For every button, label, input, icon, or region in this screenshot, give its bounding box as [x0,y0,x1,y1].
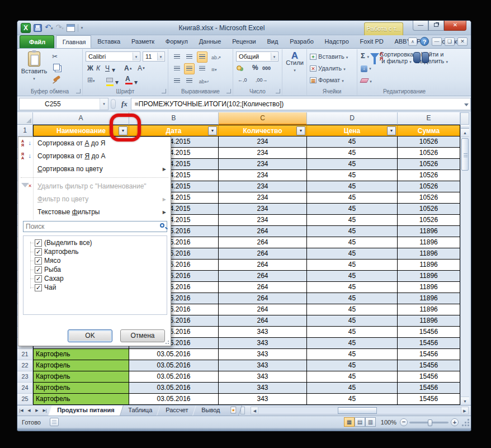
table-header-sum[interactable]: Сумма [398,125,460,136]
cell-price[interactable]: 45 [307,282,398,293]
cell-qty[interactable]: 234 [219,170,307,181]
cell-name[interactable]: Картофель [33,383,129,394]
cell-sum[interactable]: 15456 [398,383,460,394]
horizontal-scrollbar-thumb[interactable] [338,407,377,414]
row-header[interactable]: 24 [17,383,33,394]
align-right-icon[interactable] [197,63,207,74]
cell-name[interactable]: Картофель [33,349,129,360]
wrap-text-icon[interactable]: ab↩ [197,76,211,87]
percent-format-icon[interactable]: % [252,64,258,72]
menu-item[interactable]: Сортировка от Я до А ▶ [18,150,171,163]
cell-price[interactable]: 45 [307,315,398,327]
filter-value-item[interactable]: ✓ Сахар [26,274,167,283]
cell-price[interactable]: 45 [307,170,398,181]
cut-icon[interactable]: ✂ [52,53,58,60]
menu-item[interactable]: Сортировка от А до Я ▶ [18,137,171,150]
menu-item[interactable]: Сортировка по цвету ▶ [18,163,171,176]
cancel-button[interactable]: Отмена [120,329,165,342]
cell-qty[interactable]: 264 [219,293,307,304]
scroll-left-icon[interactable]: ◀ [251,407,258,414]
save-icon[interactable] [34,24,42,32]
filter-value-item[interactable]: ✓ Рыба [26,265,167,274]
cell-qty[interactable]: 343 [219,394,307,405]
cell-sum[interactable]: 11896 [398,282,460,293]
cell-sum[interactable]: 11896 [398,248,460,260]
redo-icon[interactable]: ↷▾ [55,22,63,34]
increase-decimal-icon[interactable]: ←,0 [238,76,247,84]
column-header-b[interactable]: B [129,112,219,125]
cell-sum[interactable]: 10526 [398,204,460,215]
scroll-down-icon[interactable]: ▼ [461,397,469,405]
cell-sum[interactable]: 10526 [398,159,460,170]
fill-icon[interactable]: ↓ ▾ [361,64,371,73]
format-cells-button[interactable]: ▦ Формат ▾ [310,76,344,85]
column-header-d[interactable]: D [307,112,398,125]
vertical-scrollbar-thumb[interactable] [461,138,469,171]
align-middle-icon[interactable] [184,51,195,63]
row-header[interactable]: 25 [17,394,33,405]
fill-color-icon[interactable] [106,76,114,86]
font-dialog-launcher[interactable] [162,89,166,93]
alignment-dialog-launcher[interactable] [226,89,231,93]
first-sheet-icon[interactable]: |◀ [17,405,25,416]
orientation-icon[interactable]: ab↗ [209,52,224,63]
checkbox-checked-icon[interactable]: ✓ [35,257,42,265]
normal-view-icon[interactable]: ▦ [344,417,355,427]
cell-qty[interactable]: 234 [219,204,307,215]
cell-date[interactable]: 03.05.2016 [129,349,219,360]
zoom-level-label[interactable]: 100% [381,416,396,428]
align-bottom-icon[interactable] [197,51,207,63]
cell-qty[interactable]: 343 [219,338,307,349]
sheet-tab[interactable]: Рассчет [157,405,197,416]
scrollbar-split-handle[interactable] [461,125,469,129]
cell-price[interactable]: 45 [307,293,398,304]
checkbox-checked-icon[interactable]: ✓ [35,284,42,291]
cell-sum[interactable]: 15456 [398,327,460,338]
row-header[interactable]: 23 [17,371,33,383]
minimize-button[interactable]: — [413,21,428,31]
find-select-button[interactable]: Найти и выделить ▾ [416,51,449,65]
menu-item[interactable]: Фильтр по цвету ▶ [18,193,171,206]
borders-icon[interactable]: ⊞▾ [87,76,95,85]
zoom-slider-thumb[interactable] [428,419,432,426]
insert-sheet-tab[interactable]: ★ [224,405,242,416]
cell-sum[interactable]: 15456 [398,371,460,383]
bold-button[interactable]: Ж [87,64,93,72]
autosum-icon[interactable]: Σ ▾ [361,52,369,61]
cell-qty[interactable]: 234 [219,159,307,170]
cell-price[interactable]: 45 [307,371,398,383]
align-left-icon[interactable] [172,63,182,74]
page-break-view-icon[interactable]: ▥ [365,417,376,427]
cell-name[interactable]: Картофель [33,360,129,371]
cell-sum[interactable]: 10526 [398,170,460,181]
filter-value-item[interactable]: ✓ Мясо [26,256,167,265]
ribbon-tab[interactable]: Вставка [91,35,125,48]
expand-formula-bar-icon[interactable] [462,98,471,110]
cell-date[interactable]: 03.05.2016 [129,371,219,383]
cell-qty[interactable]: 264 [219,271,307,282]
cell-price[interactable]: 45 [307,204,398,215]
ribbon-tab[interactable]: Файл [20,35,54,48]
clear-icon[interactable]: ▾ [361,77,372,86]
ribbon-tab[interactable]: Вид [261,35,284,48]
sheet-tab[interactable]: Продукты питания [48,405,123,416]
cell-sum[interactable]: 11896 [398,315,460,327]
cell-price[interactable]: 45 [307,215,398,226]
formula-input[interactable]: =ПРОМЕЖУТОЧНЫЕ.ИТОГИ(102;[Количество]) [131,98,462,110]
cell-qty[interactable]: 264 [219,260,307,271]
cell-date[interactable]: 03.05.2016 [129,394,219,405]
cell-qty[interactable]: 234 [219,192,307,204]
restore-button[interactable] [428,21,444,31]
cell-sum[interactable]: 10526 [398,148,460,159]
decrease-decimal-icon[interactable]: ,00→ [256,76,268,84]
cell-price[interactable]: 45 [307,338,398,349]
zoom-in-icon[interactable]: + [451,418,459,426]
help-icon[interactable]: ? [420,37,429,46]
cell-price[interactable]: 45 [307,271,398,282]
cell-price[interactable]: 45 [307,248,398,260]
cell-price[interactable]: 45 [307,181,398,192]
filter-value-item[interactable]: ✓ Картофель [26,247,167,256]
increase-indent-icon[interactable] [184,76,195,87]
cell-qty[interactable]: 343 [219,349,307,360]
currency-format-icon[interactable] [237,65,242,70]
